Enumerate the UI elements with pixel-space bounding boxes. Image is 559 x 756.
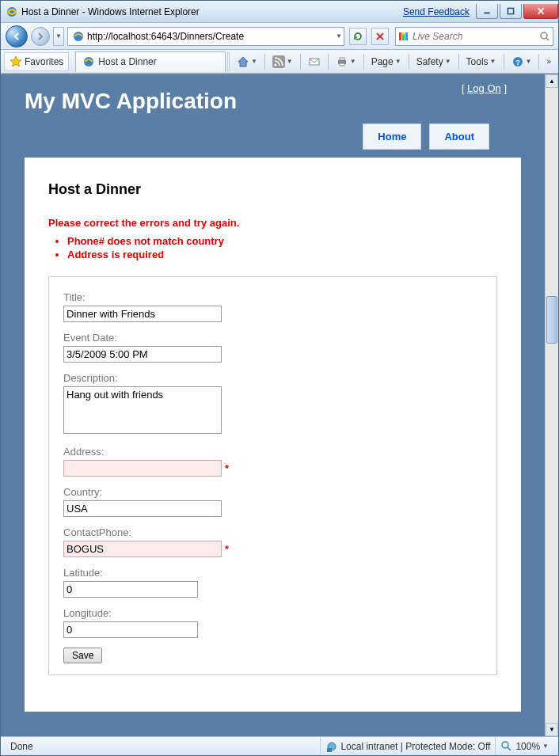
toolbar-chevron[interactable]: » (542, 53, 555, 70)
svg-rect-19 (340, 58, 344, 60)
app-title: My MVC Application (25, 89, 521, 114)
validation-error-list: Phone# does not match country Address is… (67, 235, 497, 260)
window-title: Host a Dinner - Windows Internet Explore… (21, 6, 200, 17)
feeds-button[interactable]: ▼ (268, 53, 297, 70)
field-contactphone: ContactPhone: * (63, 526, 482, 557)
new-tab-button[interactable] (227, 52, 230, 71)
home-button[interactable]: ▼ (233, 53, 261, 70)
logon-link[interactable]: Log On (467, 82, 501, 94)
field-latitude: Latitude: (63, 567, 482, 598)
close-button[interactable] (523, 4, 558, 19)
status-zoom[interactable]: 100% ▼ (495, 737, 553, 755)
svg-rect-2 (508, 8, 513, 13)
browser-window: Host a Dinner - Windows Internet Explore… (0, 0, 559, 756)
title-input[interactable] (63, 306, 222, 322)
svg-rect-8 (399, 32, 401, 40)
svg-text:?: ? (515, 59, 520, 66)
url-input[interactable] (87, 28, 336, 44)
tab-page-icon (82, 55, 95, 68)
longitude-label: Longitude: (63, 607, 482, 619)
svg-line-26 (508, 747, 511, 750)
svg-point-12 (541, 32, 547, 39)
vertical-scrollbar[interactable]: ▲ ▼ (545, 74, 558, 736)
validation-error-item: Address is required (67, 249, 497, 260)
field-title: Title: (63, 291, 482, 322)
minimize-button[interactable] (476, 4, 498, 19)
field-eventdate: Event Date: (63, 332, 482, 363)
tab-title: Host a Dinner (98, 56, 156, 67)
page-heading: Host a Dinner (48, 181, 497, 198)
svg-point-16 (274, 63, 276, 66)
favorites-label: Favorites (25, 56, 63, 67)
mvc-nav: Home About (25, 114, 521, 150)
nav-history-dropdown[interactable]: ▼ (53, 27, 64, 46)
rss-icon (272, 55, 285, 68)
status-done: Done (6, 737, 38, 755)
status-bar: Done Local intranet | Protected Mode: Of… (1, 736, 558, 755)
tools-menu[interactable]: Tools ▼ (462, 53, 500, 70)
command-bar: Favorites Host a Dinner ▼ ▼ ▼ Page ▼ Saf… (1, 50, 558, 74)
star-icon (10, 55, 22, 68)
logon-area: [ Log On ] (462, 82, 507, 94)
svg-rect-15 (272, 55, 285, 68)
nav-home[interactable]: Home (363, 123, 421, 150)
phone-label: ContactPhone: (63, 526, 482, 538)
maximize-button[interactable] (500, 4, 522, 19)
title-label: Title: (63, 291, 482, 303)
title-bar: Host a Dinner - Windows Internet Explore… (1, 1, 558, 23)
mail-icon (308, 55, 321, 68)
svg-rect-11 (402, 32, 405, 35)
refresh-button[interactable] (349, 28, 367, 45)
svg-rect-10 (405, 32, 408, 40)
home-icon (237, 55, 249, 68)
safety-menu[interactable]: Safety ▼ (413, 53, 455, 70)
favorites-button[interactable]: Favorites (4, 52, 69, 71)
ie-icon (6, 6, 18, 18)
live-search-icon (397, 30, 410, 43)
eventdate-input[interactable] (63, 346, 222, 363)
validation-summary: Please correct the errors and try again. (48, 217, 497, 229)
page-menu[interactable]: Page ▼ (367, 53, 405, 70)
zoom-dropdown-icon[interactable]: ▼ (542, 743, 549, 750)
field-longitude: Longitude: (63, 607, 482, 638)
help-button[interactable]: ?▼ (508, 53, 536, 70)
send-feedback-link[interactable]: Send Feedback (403, 6, 470, 17)
field-country: Country: (63, 486, 482, 517)
page-icon (72, 30, 85, 43)
scroll-down-arrow[interactable]: ▼ (546, 723, 558, 736)
country-input[interactable] (63, 500, 222, 517)
search-input[interactable] (413, 31, 538, 42)
scroll-thumb[interactable] (546, 296, 557, 344)
search-icon[interactable] (538, 30, 551, 43)
latitude-input[interactable] (63, 581, 198, 598)
search-box[interactable] (395, 27, 553, 46)
back-button[interactable] (6, 25, 28, 47)
eventdate-label: Event Date: (63, 332, 482, 344)
print-icon (336, 55, 348, 68)
svg-point-25 (502, 742, 508, 748)
forward-button[interactable] (31, 27, 50, 46)
svg-rect-20 (340, 63, 344, 66)
nav-about[interactable]: About (429, 123, 489, 150)
field-description: Description: Hang out with friends (63, 372, 482, 436)
longitude-input[interactable] (63, 621, 198, 638)
scroll-up-arrow[interactable]: ▲ (546, 74, 558, 88)
browser-tab[interactable]: Host a Dinner (75, 51, 226, 72)
description-label: Description: (63, 372, 482, 384)
country-label: Country: (63, 486, 482, 498)
url-dropdown-icon[interactable]: ▼ (336, 32, 342, 40)
stop-button[interactable] (371, 28, 389, 45)
phone-input[interactable] (63, 541, 222, 557)
address-label: Address: (63, 446, 482, 458)
address-error-marker: * (225, 462, 229, 474)
description-input[interactable]: Hang out with friends (63, 386, 222, 434)
mail-button[interactable] (304, 53, 325, 70)
address-input[interactable] (63, 460, 222, 477)
latitude-label: Latitude: (63, 567, 482, 579)
page-viewport: [ Log On ] My MVC Application Home About… (1, 74, 545, 736)
print-button[interactable]: ▼ (332, 53, 360, 70)
mvc-body: Host a Dinner Please correct the errors … (25, 158, 521, 712)
mvc-header: [ Log On ] My MVC Application Home About (1, 74, 545, 150)
save-button[interactable]: Save (63, 648, 102, 663)
address-box[interactable]: ▼ (67, 27, 344, 46)
